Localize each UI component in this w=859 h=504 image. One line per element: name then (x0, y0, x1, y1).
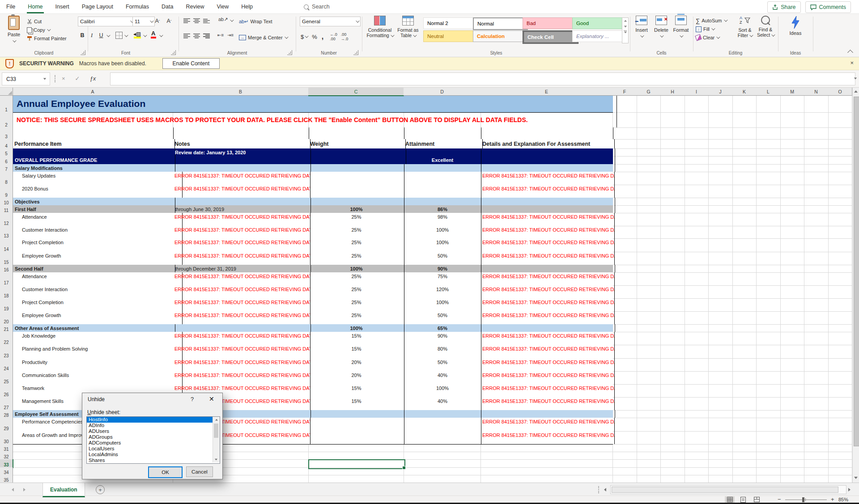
cell-D14[interactable]: 100% (404, 238, 481, 252)
cell-D9[interactable] (404, 185, 481, 198)
cell-A23[interactable]: Planning and Problem Solving (13, 345, 183, 358)
ideas-button[interactable]: Ideas (785, 16, 806, 36)
row-header-13[interactable]: 13 (0, 226, 13, 239)
cell-A7[interactable]: Salary Modifications (13, 164, 175, 172)
enable-content-button[interactable]: Enable Content (162, 58, 220, 69)
cell-C4[interactable]: Weight (309, 139, 406, 148)
dialog-close-icon[interactable]: ✕ (209, 395, 214, 402)
cut-button[interactable]: Cut (27, 17, 42, 25)
font-name-select[interactable]: Calibri (78, 17, 135, 26)
cell-A17[interactable]: Attendance (13, 272, 183, 285)
ribbon-tab-formulas[interactable]: Formulas (119, 0, 155, 14)
row-header-26[interactable]: 26 (0, 384, 13, 398)
cell-D3[interactable] (404, 127, 481, 139)
bold-button[interactable]: B (79, 31, 86, 40)
cell-A11[interactable]: First Half (13, 205, 175, 213)
col-header-K[interactable]: K (732, 88, 757, 96)
accounting-format-icon[interactable]: $ (301, 34, 304, 40)
col-header-A[interactable]: A (13, 88, 173, 96)
sheet-list-item-shares[interactable]: Shares (87, 457, 220, 463)
row-header-6[interactable]: 6 (0, 156, 13, 165)
merge-center-button[interactable]: ↔ Merge & Center (239, 34, 287, 42)
font-size-select[interactable]: 11 (132, 17, 155, 26)
next-sheet-icon[interactable] (23, 488, 26, 491)
cell-A13[interactable]: Customer Interaction (13, 226, 183, 238)
cell-C13[interactable]: 25% (309, 226, 404, 238)
col-header-J[interactable]: J (708, 88, 733, 96)
cell-A3[interactable] (13, 127, 174, 139)
cell-D11[interactable]: 86% (404, 205, 481, 213)
cell-E17[interactable]: ERROR 8415E1337: TIMEOUT OCCURED RETRIEV… (481, 272, 615, 285)
cell-A18[interactable]: Customer Interaction (13, 285, 183, 298)
percent-style-icon[interactable]: % (312, 34, 317, 40)
italic-button[interactable]: I (89, 31, 95, 40)
underline-caret-icon[interactable] (106, 33, 110, 37)
cell-C22[interactable]: 15% (309, 332, 404, 345)
zoom-percentage[interactable]: 85% (838, 497, 848, 502)
page-layout-view-button[interactable] (738, 496, 748, 503)
cell-E24[interactable]: ERROR 8415E1337: TIMEOUT OCCURED RETRIEV… (481, 358, 615, 371)
cell-E25[interactable]: ERROR 8415E1337: TIMEOUT OCCURED RETRIEV… (481, 371, 615, 384)
cell-D26[interactable]: 100% (404, 384, 481, 397)
conditional-formatting-button[interactable]: ConditionalFormatting (366, 16, 394, 38)
cell-A5[interactable] (13, 148, 175, 156)
cell-C8[interactable] (309, 172, 404, 185)
sheet-list-item-localadmins[interactable]: LocalAdmins (87, 451, 220, 457)
cell-E21[interactable] (481, 324, 615, 332)
sheet-list-item-adcomputers[interactable]: ADComputers (87, 440, 220, 446)
style-explanatory-[interactable]: Explanatory ... (572, 30, 626, 42)
row-header-17[interactable]: 17 (0, 272, 13, 286)
tab-scroll-splitter[interactable] (598, 486, 599, 493)
row-header-24[interactable]: 24 (0, 358, 13, 372)
select-all-corner[interactable] (0, 88, 13, 96)
orientation-icon[interactable]: ab↗ (218, 17, 228, 22)
cell-D17[interactable]: 75% (404, 272, 481, 285)
font-launcher-icon[interactable] (171, 50, 176, 55)
row-header-20[interactable]: 20 (0, 311, 13, 325)
alignment-launcher-icon[interactable] (287, 50, 292, 55)
enter-entry-icon[interactable]: ✓ (75, 75, 80, 82)
list-scroll-down-icon[interactable] (215, 459, 217, 461)
cell-D6[interactable]: Excellent (404, 156, 481, 164)
cell-C28[interactable] (309, 410, 404, 418)
comma-style-icon[interactable]: , (322, 33, 323, 41)
sheet-list-item-hostinfo[interactable]: HostInfo (87, 417, 220, 423)
cell-B15[interactable]: ERROR 8415E1337: TIMEOUT OCCURED RETRIEV… (173, 252, 310, 265)
list-scroll-up-icon[interactable] (215, 419, 218, 421)
font-color-icon[interactable]: A (151, 30, 155, 37)
cell-D8[interactable] (404, 172, 481, 185)
row-header-2[interactable]: 2 (0, 112, 13, 128)
sheet-list-item-adusers[interactable]: ADUsers (87, 428, 220, 434)
cell-A12[interactable]: Attendance (13, 213, 183, 226)
sheet-list-item-localusers[interactable]: LocalUsers (87, 445, 220, 451)
borders-icon[interactable] (115, 32, 123, 39)
list-scroll-thumb[interactable] (214, 424, 218, 438)
page-break-view-button[interactable] (752, 496, 761, 503)
cell-C26[interactable]: 15% (309, 384, 404, 397)
col-header-I[interactable]: I (685, 88, 709, 96)
cell-A8[interactable]: Salary Updates (13, 172, 183, 185)
cell-B12[interactable]: ERROR 8415E1337: TIMEOUT OCCURED RETRIEV… (173, 213, 310, 226)
fill-handle[interactable] (402, 466, 406, 470)
new-sheet-button[interactable]: + (96, 485, 105, 494)
col-header-O[interactable]: O (828, 88, 852, 96)
horizontal-scroll-thumb[interactable] (612, 487, 838, 493)
cell-A2[interactable]: NOTICE: THIS SECURE SPREADSHEET USES MAC… (13, 112, 617, 127)
cell-E9[interactable]: ERROR 8415E1337: TIMEOUT OCCURED RETRIEV… (481, 185, 615, 198)
cell-B25[interactable]: ERROR 8415E1337: TIMEOUT OCCURED RETRIEV… (173, 371, 310, 384)
cell-E14[interactable]: ERROR 8415E1337: TIMEOUT OCCURED RETRIEV… (481, 238, 615, 252)
col-header-B[interactable]: B (173, 88, 309, 96)
style-normal-2[interactable]: Normal 2 (423, 17, 477, 29)
dialog-help-icon[interactable]: ? (191, 396, 194, 402)
clear-button[interactable]: Clear (696, 34, 719, 42)
cell-B21[interactable] (173, 324, 311, 332)
cancel-entry-icon[interactable]: × (62, 75, 65, 82)
ribbon-tab-home[interactable]: Home (21, 0, 49, 14)
increase-decimal-icon[interactable]: ←.0.00 (330, 32, 337, 41)
cell-D30[interactable] (404, 431, 481, 444)
cell-D27[interactable]: 40% (404, 397, 481, 410)
zoom-out-icon[interactable]: − (778, 496, 781, 503)
cell-C14[interactable]: 25% (309, 238, 404, 252)
cell-D5[interactable] (404, 148, 481, 156)
cancel-button[interactable]: Cancel (186, 466, 213, 477)
